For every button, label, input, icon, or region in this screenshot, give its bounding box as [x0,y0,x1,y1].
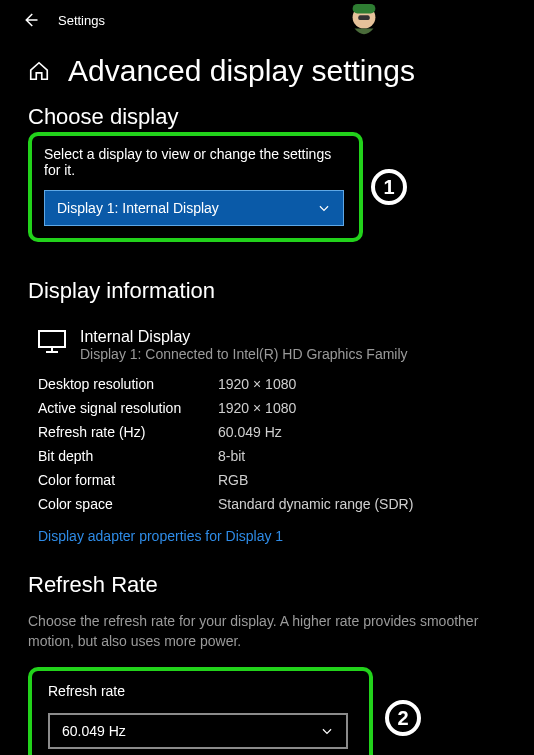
spec-row: Bit depth8-bit [38,448,506,464]
chevron-down-icon [320,724,334,738]
spec-label: Color space [38,496,218,512]
spec-label: Bit depth [38,448,218,464]
back-button[interactable] [20,10,40,30]
spec-label: Refresh rate (Hz) [38,424,218,440]
spec-row: Refresh rate (Hz)60.049 Hz [38,424,506,440]
back-arrow-icon [21,11,39,29]
spec-row: Active signal resolution1920 × 1080 [38,400,506,416]
spec-label: Active signal resolution [38,400,218,416]
spec-label: Desktop resolution [38,376,218,392]
svg-rect-2 [358,15,369,20]
refresh-rate-help: Choose the refresh rate for your display… [28,612,498,651]
spec-row: Color spaceStandard dynamic range (SDR) [38,496,506,512]
highlight-box-1: Select a display to view or change the s… [28,132,363,242]
spec-value: 1920 × 1080 [218,400,296,416]
spec-value: Standard dynamic range (SDR) [218,496,413,512]
adapter-properties-link[interactable]: Display adapter properties for Display 1 [38,528,283,544]
choose-display-heading: Choose display [28,104,506,130]
svg-rect-1 [353,4,376,14]
chevron-down-icon [317,201,331,215]
spec-value: 60.049 Hz [218,424,282,440]
display-info-heading: Display information [28,278,506,304]
refresh-rate-heading: Refresh Rate [28,572,506,598]
display-select-value: Display 1: Internal Display [57,200,219,216]
spec-value: 8-bit [218,448,245,464]
titlebar: Settings [0,0,534,40]
display-info-row: Internal Display Display 1: Connected to… [38,328,506,362]
display-select-dropdown[interactable]: Display 1: Internal Display [44,190,344,226]
spec-row: Color formatRGB [38,472,506,488]
monitor-icon [38,330,66,354]
highlight-box-2: Refresh rate 60.049 Hz 2 [28,667,373,755]
titlebar-title: Settings [58,13,105,28]
spec-label: Color format [38,472,218,488]
display-name: Internal Display [80,328,408,346]
refresh-rate-value: 60.049 Hz [62,723,126,739]
avatar [345,2,383,40]
page-title: Advanced display settings [68,54,415,88]
refresh-rate-field-label: Refresh rate [48,683,353,699]
spec-table: Desktop resolution1920 × 1080 Active sig… [38,376,506,512]
home-icon[interactable] [28,60,50,82]
choose-display-help: Select a display to view or change the s… [44,146,347,178]
spec-value: RGB [218,472,248,488]
spec-value: 1920 × 1080 [218,376,296,392]
page-heading-row: Advanced display settings [28,54,506,88]
annotation-badge-1: 1 [371,169,407,205]
annotation-badge-2: 2 [385,700,421,736]
spec-row: Desktop resolution1920 × 1080 [38,376,506,392]
refresh-rate-dropdown[interactable]: 60.049 Hz [48,713,348,749]
svg-rect-3 [39,331,65,347]
display-connection: Display 1: Connected to Intel(R) HD Grap… [80,346,408,362]
